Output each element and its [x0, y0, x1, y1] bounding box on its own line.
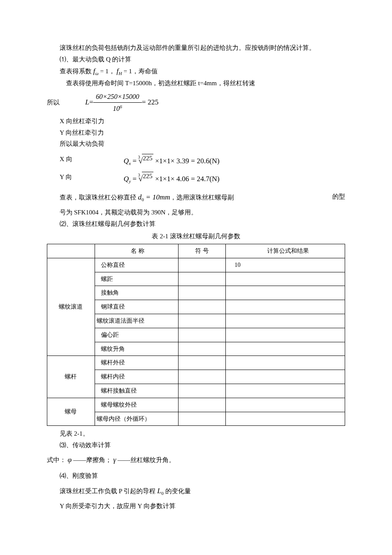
text: = 1，: [98, 68, 115, 75]
coeff-f-omega: fω: [93, 67, 99, 75]
th-name: 名 称: [95, 244, 178, 258]
text: 滚珠丝杠受工作负载 P 引起的导程: [60, 488, 156, 494]
text: 式中：: [47, 457, 66, 463]
para-11: ⑵、滚珠丝杠螺母副几何参数计算: [47, 219, 345, 230]
var-L: L: [85, 96, 89, 109]
text-tail: 的型: [332, 191, 345, 204]
th-symbol: 符 号: [178, 244, 226, 258]
para-6: X 向丝杠牵引力: [47, 116, 345, 127]
y-label: Y 向: [47, 172, 98, 185]
formula-qx: X 向 Qx = 3√225 ×1×1× 3.39 = 20.6(N): [47, 154, 345, 168]
table-row: 螺纹滚道 公称直径10: [47, 258, 345, 272]
table-caption: 表 2-1 滚珠丝杠螺母副几何参数: [47, 231, 345, 242]
text: = 1，寿命值: [122, 68, 157, 75]
table-header-row: 名 称 符 号 计算公式和结果: [47, 244, 345, 258]
var-gamma: γ: [113, 456, 116, 464]
para-12: 见表 2-1。: [47, 428, 345, 439]
para-3: 查表得系数 fω = 1， fH = 1，寿命值: [47, 65, 345, 78]
para-2: ⑴、最大动负载 Q 的计算: [47, 54, 345, 65]
denominator: 106: [110, 103, 125, 115]
para-13: ⑶、传动效率计算: [47, 440, 345, 451]
para-17: Y 向所受牵引力大，故应用 Y 向参数计算: [47, 501, 345, 512]
para-7: Y 向丝杠牵引力: [47, 127, 345, 139]
x-equation: Qx = 3√225 ×1×1× 3.39 = 20.6(N): [98, 154, 345, 168]
coeff-f-h: fH: [116, 67, 122, 75]
group-thread-raceway: 螺纹滚道: [47, 258, 95, 356]
formula-qy: Y 向 Qy = 3√225 ×1×1× 4.06 = 24.7(N): [47, 172, 345, 185]
para-8: 所以最大动负荷: [47, 139, 345, 150]
text: ——丝杠螺纹升角。: [118, 457, 175, 463]
group-nut: 螺母: [47, 398, 95, 426]
var-phi: φ: [68, 456, 72, 464]
y-equation: Qy = 3√225 ×1×1× 4.06 = 24.7(N): [98, 172, 345, 185]
var-L0: L0: [157, 487, 164, 495]
text: 查表得系数: [60, 68, 92, 75]
para-14: 式中： φ ——摩擦角； γ ——丝杠螺纹升角。: [47, 454, 345, 466]
table-row: 螺母 螺母螺纹外径: [47, 398, 345, 412]
para-16: 滚珠丝杠受工作负载 P 引起的导程 L0 的变化量: [47, 485, 345, 497]
th-formula: 计算公式和结果: [226, 244, 345, 258]
group-screw: 螺杆: [47, 356, 95, 398]
text: ，选用滚珠丝杠螺母副: [170, 194, 234, 201]
text: ——摩擦角；: [73, 457, 112, 463]
text: 查表，取滚珠丝杠公称直径: [60, 194, 138, 201]
equals: =: [89, 96, 93, 109]
x-label: X 向: [47, 154, 98, 168]
var-d0: d0: [138, 193, 144, 201]
text: 的变化量: [165, 488, 191, 494]
formula-L: 所以 L = 60×250×15000 106 = 225: [47, 91, 345, 115]
para-1: 滚珠丝杠的负荷包括铣削力及运动部件的重量所引起的进给抗力。应按铣削时的情况计算。: [47, 43, 345, 54]
para-15: ⑷、刚度验算: [47, 471, 345, 482]
para-9: 查表，取滚珠丝杠公称直径 d0 = 10mm，选用滚珠丝杠螺母副 的型: [47, 191, 345, 204]
result: = 225: [142, 96, 159, 109]
para-4: 查表得使用寿命时间 T=15000h，初选丝杠螺距 t=4mm，得丝杠转速: [47, 78, 345, 89]
table-row: 螺杆 螺杆外径: [47, 356, 345, 370]
text: = 10mm: [144, 193, 170, 201]
text-prefix: 所以: [47, 97, 85, 108]
numerator: 60×250×15000: [93, 91, 142, 103]
fraction: 60×250×15000 106: [93, 91, 142, 115]
para-10: 号为 SFK1004，其额定动载荷为 390N，足够用。: [47, 207, 345, 218]
params-table: 名 称 符 号 计算公式和结果 螺纹滚道 公称直径10 螺距 接触角 钢球直径 …: [47, 244, 345, 426]
